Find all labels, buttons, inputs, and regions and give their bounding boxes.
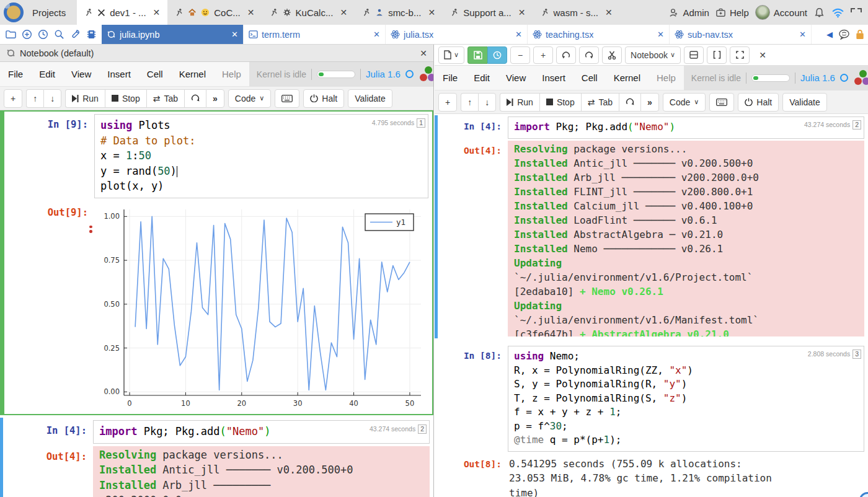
move-cell-down-button[interactable]: ↓ (478, 93, 496, 112)
admin-user-icon (668, 7, 679, 18)
close-icon[interactable]: ✕ (605, 7, 613, 17)
file-tab-teaching-tsx[interactable]: teaching.tsx ✕ (528, 25, 670, 44)
close-frame-button[interactable]: ✕ (753, 46, 773, 64)
tab-complete-button[interactable]: ⇄ Tab (146, 89, 184, 108)
kernel-name[interactable]: Julia 1.6 (800, 73, 835, 83)
menu-file[interactable]: File (0, 69, 31, 79)
server-chip-icon[interactable] (84, 28, 98, 42)
menu-view[interactable]: View (498, 73, 534, 83)
files-folder-icon[interactable] (4, 28, 17, 42)
chat-icon[interactable] (838, 29, 850, 40)
cell-type-dropdown[interactable]: Code ∨ (228, 89, 272, 108)
collapse-left-icon[interactable]: ◀ (826, 30, 833, 39)
close-icon[interactable]: ✕ (428, 7, 435, 17)
close-icon[interactable]: ✕ (657, 30, 664, 39)
keyboard-shortcuts-button[interactable] (709, 93, 734, 112)
time-travel-button[interactable] (487, 46, 507, 64)
halt-button[interactable]: Halt (738, 93, 779, 112)
run-all-below-button[interactable]: » (206, 89, 224, 108)
project-tab-coc[interactable]: CoC... ✕ (167, 0, 262, 25)
stop-button[interactable]: Stop (539, 93, 581, 112)
file-menu-button[interactable]: ∨ (438, 46, 464, 64)
menu-kernel[interactable]: Kernel (606, 73, 649, 83)
move-cell-up-button[interactable]: ↑ (461, 93, 478, 112)
cell-in9[interactable]: In [9]: 4.795 seconds 1 using Plots# Dat… (0, 110, 433, 415)
menu-help[interactable]: Help (649, 73, 684, 83)
menu-kernel[interactable]: Kernel (171, 69, 214, 79)
menu-insert[interactable]: Insert (534, 73, 574, 83)
menu-edit[interactable]: Edit (466, 73, 498, 83)
run-button[interactable]: Run (500, 93, 539, 112)
split-vertical-button[interactable] (707, 46, 727, 64)
project-tab-support[interactable]: Support a... ✕ (443, 0, 533, 25)
insert-cell-button[interactable]: + (4, 89, 22, 108)
tab-complete-button[interactable]: ⇄ Tab (581, 93, 619, 112)
help-link[interactable]: Help (715, 7, 749, 18)
frame-type-dropdown[interactable]: Notebook ∨ (625, 46, 681, 64)
move-cell-up-button[interactable]: ↑ (26, 89, 43, 108)
move-cell-down-button[interactable]: ↓ (43, 89, 61, 108)
menu-cell[interactable]: Cell (139, 69, 171, 79)
account-link[interactable]: Account (755, 5, 807, 20)
cell-in4-left[interactable]: In [4]: 43.274 seconds 2 import Pkg; Pkg… (0, 418, 433, 497)
cell-in4-right[interactable]: In [4]: 43.274 seconds 2 import Pkg; Pkg… (435, 115, 868, 338)
code-editor[interactable]: 4.795 seconds 1 using Plots# Data to plo… (94, 114, 428, 198)
zoom-in-button[interactable]: + (533, 46, 553, 64)
code-editor[interactable]: 2.808 seconds 3 using Nemo;R, x = Polyno… (508, 346, 864, 452)
stop-button[interactable]: Stop (105, 89, 146, 108)
project-tab-wasm[interactable]: wasm - s... ✕ (533, 0, 620, 25)
project-tab-smc[interactable]: smc-b... ✕ (355, 0, 443, 25)
validate-button[interactable]: Validate (782, 93, 827, 112)
close-icon[interactable]: ✕ (247, 7, 255, 17)
close-icon[interactable]: ✕ (515, 30, 522, 39)
wrench-icon[interactable] (68, 28, 82, 42)
zoom-out-button[interactable]: − (510, 46, 530, 64)
file-tab-term[interactable]: term.term ✕ (244, 25, 386, 44)
keyboard-shortcuts-button[interactable] (275, 89, 299, 108)
menu-insert[interactable]: Insert (99, 69, 139, 79)
menu-cell[interactable]: Cell (574, 73, 606, 83)
restart-kernel-button[interactable] (184, 89, 206, 108)
search-icon[interactable] (52, 28, 66, 42)
close-frame-icon[interactable]: ✕ (420, 48, 427, 58)
cut-button[interactable] (602, 46, 622, 64)
close-icon[interactable]: ✕ (153, 7, 161, 17)
menu-edit[interactable]: Edit (31, 69, 63, 79)
fullscreen-corners-icon[interactable] (851, 8, 862, 17)
menu-view[interactable]: View (63, 69, 99, 79)
save-button[interactable] (467, 46, 487, 64)
restart-kernel-button[interactable] (619, 93, 640, 112)
file-tab-julia-tsx[interactable]: julia.tsx ✕ (386, 25, 528, 44)
halt-button[interactable]: Halt (303, 89, 344, 108)
projects-link[interactable]: Projects (32, 7, 66, 18)
insert-cell-button[interactable]: + (438, 93, 457, 112)
menu-help[interactable]: Help (214, 69, 249, 79)
run-button[interactable]: Run (65, 89, 105, 108)
new-file-icon[interactable] (20, 28, 33, 42)
redo-button[interactable] (579, 46, 599, 64)
file-tab-julia-ipynb[interactable]: julia.ipynb ✕ (102, 25, 244, 44)
close-icon[interactable]: ✕ (340, 7, 347, 17)
kernel-name[interactable]: Julia 1.6 (366, 69, 401, 79)
close-icon[interactable]: ✕ (231, 30, 238, 39)
fullscreen-button[interactable] (730, 46, 750, 64)
project-tab-dev1[interactable]: dev1 - ... ✕ (77, 0, 167, 25)
admin-link[interactable]: Admin (668, 7, 709, 18)
history-clock-icon[interactable] (36, 28, 50, 42)
project-tab-kucalc[interactable]: KuCalc... ✕ (262, 0, 355, 25)
close-icon[interactable]: ✕ (373, 30, 380, 39)
menu-file[interactable]: File (435, 73, 466, 83)
close-icon[interactable]: ✕ (518, 7, 526, 17)
cell-type-dropdown[interactable]: Code ∨ (663, 93, 706, 112)
close-icon[interactable]: ✕ (799, 30, 806, 39)
code-editor[interactable]: 43.274 seconds 2 import Pkg; Pkg.add("Ne… (93, 420, 430, 444)
cocalc-logo-icon[interactable] (4, 2, 24, 22)
code-editor[interactable]: 43.274 seconds 2 import Pkg; Pkg.add("Ne… (508, 117, 864, 139)
file-tab-sub-nav-tsx[interactable]: sub-nav.tsx ✕ (670, 25, 812, 44)
bell-icon[interactable] (813, 7, 825, 19)
split-horizontal-button[interactable] (684, 46, 704, 64)
validate-button[interactable]: Validate (348, 89, 392, 108)
run-all-below-button[interactable]: » (640, 93, 659, 112)
undo-button[interactable] (556, 46, 576, 64)
cell-in8[interactable]: In [8]: 2.808 seconds 3 using Nemo;R, x … (435, 345, 868, 497)
